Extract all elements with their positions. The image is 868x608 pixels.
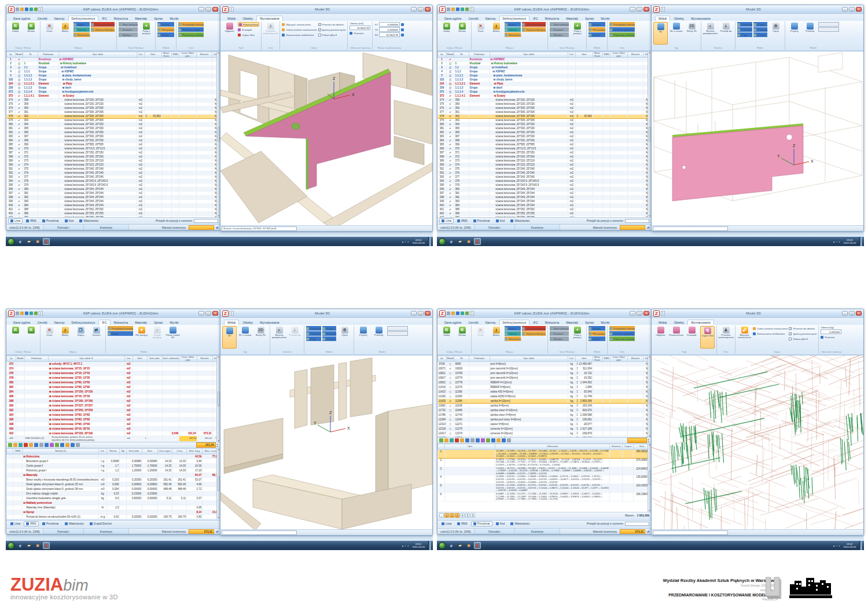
close-button[interactable]: ✕ bbox=[212, 311, 218, 316]
column-header[interactable]: Ilość bbox=[576, 356, 593, 362]
view-tab[interactable]: Lista bbox=[439, 521, 454, 526]
goto-camera-button[interactable]: ⇣Przejdź do bbox=[288, 326, 302, 349]
close-button[interactable]: ✕ bbox=[643, 7, 649, 12]
option-checkbox[interactable]: ✓Przenieś do obiektu bbox=[318, 22, 346, 27]
view-tab[interactable]: Przedmiar bbox=[471, 521, 492, 526]
row-checkbox[interactable]: ✔ bbox=[446, 143, 454, 147]
column-header[interactable]: Lp. bbox=[438, 356, 447, 362]
table-row[interactable]: 386✔370 ściana betonowa; 25*13.5; 25*13.… bbox=[438, 147, 651, 151]
option-checkbox[interactable]: Pokaż tylko ▾ bbox=[789, 336, 816, 341]
table-row[interactable]: 4◻1.1.1Grupa ⊟ ASPWZ bbox=[438, 70, 651, 74]
toolbar-icon[interactable] bbox=[450, 438, 454, 442]
titlebar-3d[interactable]: Z1 Model 3D –▢✕ bbox=[220, 5, 432, 14]
start-button[interactable] bbox=[8, 542, 15, 550]
column-header[interactable]: Nr bbox=[23, 52, 38, 58]
minimize-button[interactable]: – bbox=[842, 7, 848, 12]
column-header[interactable]: Ilość jedn. bbox=[126, 449, 142, 455]
undo-selection-button[interactable]: Cofnij ostatnie zaznaczenie bbox=[753, 326, 788, 331]
auto-transfer-button[interactable]: ♟Przenieś automatycznie bbox=[719, 326, 733, 349]
table-row[interactable]: 11426◻11383siatka AQ50 fi=5[mm]kgΣ11,749… bbox=[438, 394, 651, 399]
row-checkbox[interactable]: ✔ bbox=[15, 115, 23, 119]
section-button[interactable]: Przekrój bbox=[803, 22, 817, 45]
row-checkbox[interactable]: ✔ bbox=[446, 131, 454, 135]
view-tab[interactable]: Przedmiar bbox=[40, 521, 61, 526]
xz-transfer-icon[interactable] bbox=[401, 34, 404, 36]
column-header[interactable]: J.m. bbox=[98, 449, 106, 455]
row-checkbox[interactable]: ✔ bbox=[446, 98, 454, 102]
steel-weight-button[interactable]: ⚗Ciężar Stal bbox=[700, 326, 715, 349]
table-row[interactable]: 389✔373 ściana betonowa; 25*219; 25*219m… bbox=[7, 159, 220, 163]
row-checkbox[interactable]: ✔ bbox=[15, 196, 23, 200]
table-row[interactable]: 401✔385 ściana betonowa; 25*252; 25*252m… bbox=[7, 208, 220, 212]
volume-button[interactable]: Objętość bbox=[653, 326, 668, 349]
table-row[interactable]: 375✔359 ściana betonowa; 20*230; 20*230m… bbox=[438, 102, 651, 107]
row-checkbox[interactable]: ✔ bbox=[15, 204, 23, 208]
row-checkbox[interactable]: ◻ bbox=[446, 427, 454, 431]
ribbon-tab[interactable]: Sprzęt bbox=[150, 16, 166, 21]
titlebar-3d[interactable]: Z1 Model 3D –▢✕ bbox=[220, 309, 432, 318]
column-header[interactable]: Wart. bieg. bbox=[187, 449, 203, 455]
toolbar-icon[interactable] bbox=[455, 438, 459, 442]
column-header[interactable]: Np bbox=[120, 449, 126, 455]
minimize-button[interactable]: – bbox=[411, 311, 417, 316]
row-checkbox[interactable]: ✔ bbox=[446, 123, 454, 127]
ribbon-tab[interactable]: Sprzęt bbox=[582, 320, 597, 325]
column-header[interactable]: Lp. bbox=[7, 52, 16, 58]
row-checkbox[interactable]: ✔ bbox=[15, 139, 23, 143]
table-row[interactable]: 396✔380 ściana betonowa; 25*244; 25*244m… bbox=[438, 188, 651, 192]
add-button[interactable]: RDodaj bbox=[439, 326, 454, 349]
volume-button[interactable]: Objętość bbox=[222, 22, 237, 45]
taskbar-ie-icon[interactable]: e bbox=[448, 238, 455, 245]
clear-selection-button[interactable]: Wyczyść zaznaczenie bbox=[282, 22, 317, 27]
ribbon-tab[interactable]: Obiekty bbox=[239, 320, 256, 325]
system-tray[interactable]: ▴⌁◖ bbox=[402, 544, 409, 547]
new-icon[interactable] bbox=[447, 8, 450, 11]
view-small-button[interactable]: Pokaż bbox=[589, 336, 605, 341]
table-row[interactable]: 378✔362 ściana betonowa; 20*305; 20*305m… bbox=[438, 115, 651, 119]
maximize-button[interactable]: ▢ bbox=[849, 311, 855, 316]
column-header[interactable]: Opis robót bbox=[490, 356, 568, 362]
table-row[interactable]: 379✔363 ściana betonowa; 20*305; 20*305m… bbox=[7, 119, 220, 123]
table-row[interactable]: 385✔369 ściana betonowa; 20*565; 20*565m… bbox=[7, 143, 220, 147]
undo-selection-button[interactable]: Cofnij ostatnie zaznaczenie bbox=[282, 27, 317, 32]
close-button[interactable]: ✕ bbox=[643, 311, 649, 316]
taskbar-ie-icon[interactable]: e bbox=[448, 542, 455, 549]
view-tab[interactable]: Przedmiar bbox=[471, 218, 492, 224]
maximize-button[interactable]: ▢ bbox=[418, 311, 424, 316]
column-header[interactable]: Cena wyjśc. bbox=[158, 449, 172, 455]
view-3d-axes-button[interactable]: 3D z osiami bbox=[669, 22, 683, 45]
row-checkbox[interactable]: ✔ bbox=[446, 171, 454, 175]
table-row[interactable]: 387✔371 ściana betonowa; 25*150; 25*150m… bbox=[438, 151, 651, 155]
spinner[interactable]: 1 bbox=[230, 311, 234, 316]
column-header[interactable]: Podstawa bbox=[469, 52, 490, 58]
close-button[interactable]: ✕ bbox=[856, 7, 862, 12]
find-position-button[interactable]: ⌕Znajdź pozycję bbox=[150, 326, 164, 349]
toolbar-icon[interactable] bbox=[71, 443, 75, 447]
column-header[interactable]: Cena / Wart. jedn. bbox=[610, 52, 628, 58]
table-row[interactable]: 11681◻11638spinka fi=6[mm]kgΣ163,149M bbox=[438, 404, 651, 408]
goto-input[interactable] bbox=[625, 219, 649, 223]
show-desktop-button[interactable] bbox=[428, 237, 431, 246]
ribbon-tab[interactable]: Narzuty bbox=[51, 16, 68, 21]
column-header[interactable]: Model bbox=[446, 52, 454, 58]
edit-small-button[interactable]: Zamień bbox=[73, 27, 90, 32]
row-checkbox[interactable]: ✔ bbox=[15, 200, 23, 204]
delete-button[interactable]: ✕Usuń bbox=[473, 326, 488, 349]
table-row[interactable]: 392✔376 ściana betonowa; 25*240; 25*240m… bbox=[438, 171, 651, 175]
formula-segment[interactable]: Formuła I bbox=[475, 225, 515, 230]
view-tab[interactable]: RMS bbox=[24, 218, 39, 224]
column-header[interactable]: Nr bbox=[454, 52, 469, 58]
lock-button[interactable]: ⚷Blokuj bbox=[489, 22, 503, 45]
ribbon-tab[interactable]: Widok bbox=[224, 16, 239, 21]
join-positions-button[interactable]: +Połącz pozycje bbox=[570, 326, 584, 349]
table-row[interactable]: ⊟ Materiały64,4768,79 bbox=[7, 473, 220, 478]
column-header[interactable]: Model bbox=[16, 356, 24, 362]
ribbon-tab[interactable]: Materiały bbox=[562, 16, 582, 21]
undo-icon[interactable] bbox=[465, 8, 469, 11]
app-menu-icon[interactable]: Z bbox=[222, 6, 229, 13]
page-button[interactable]: 1 bbox=[444, 513, 449, 518]
other-small-button[interactable]: Podczytaj nakłady bbox=[178, 32, 204, 37]
show-desktop-button[interactable] bbox=[428, 541, 431, 550]
row-checkbox[interactable]: ✔ bbox=[15, 155, 23, 159]
column-header[interactable]: Opis robót bbox=[58, 52, 137, 58]
